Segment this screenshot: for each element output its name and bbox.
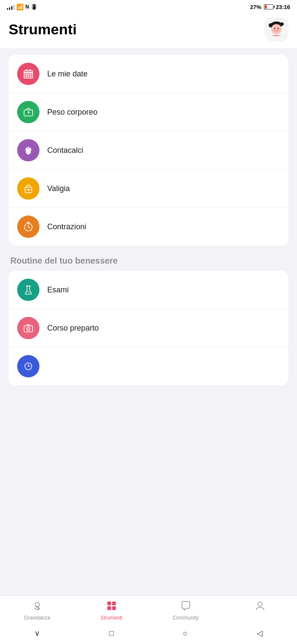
svg-point-5 <box>274 28 276 29</box>
android-home-button[interactable]: ○ <box>174 626 196 641</box>
nav-item-strumenti[interactable]: Strumenti <box>94 600 129 621</box>
svg-point-4 <box>271 24 282 34</box>
svg-point-49 <box>258 602 262 606</box>
item-label-esami: Esami <box>47 286 69 295</box>
list-item-le-mie-date[interactable]: Le mie date <box>9 55 288 93</box>
nav-item-gravidanza[interactable]: Gravidanza <box>20 600 55 621</box>
svg-line-34 <box>28 227 30 228</box>
vibrate-icon: 📳 <box>31 4 37 10</box>
strumenti-nav-icon <box>106 600 117 613</box>
list-item-valigia[interactable]: Valigia <box>9 170 288 208</box>
weight-icon <box>17 101 39 123</box>
nav-item-community[interactable]: Community <box>169 600 203 621</box>
svg-point-15 <box>26 76 27 77</box>
list-item-contrazioni[interactable]: Contrazioni <box>9 208 288 246</box>
android-back-button[interactable]: ◁ <box>248 626 271 641</box>
svg-point-28 <box>30 149 32 151</box>
android-recents-button[interactable]: □ <box>100 626 122 641</box>
svg-rect-11 <box>24 72 33 73</box>
svg-rect-46 <box>112 601 116 605</box>
svg-point-16 <box>28 76 29 77</box>
nfc-icon: N <box>25 4 29 10</box>
svg-point-25 <box>27 147 29 149</box>
svg-point-6 <box>278 28 279 29</box>
item-label-corso-preparto: Corso preparto <box>47 324 99 333</box>
svg-rect-19 <box>30 69 30 71</box>
list-item-corso-preparto[interactable]: Corso preparto <box>9 309 288 347</box>
page-title: Strumenti <box>9 21 77 38</box>
android-down-button[interactable]: ∨ <box>26 626 48 641</box>
nav-label-strumenti: Strumenti <box>100 615 122 621</box>
main-content: Le mie date Peso corporeo <box>0 48 297 451</box>
tools-card: Le mie date Peso corporeo <box>9 55 288 246</box>
gravidanza-nav-icon <box>32 600 43 613</box>
list-item-partial[interactable] <box>9 347 288 385</box>
item-label-contrazioni: Contrazioni <box>47 222 86 231</box>
timer-icon <box>17 216 39 238</box>
status-bar: 📶 N 📳 27% 23:16 <box>0 0 297 12</box>
svg-point-8 <box>278 29 280 31</box>
svg-point-44 <box>35 602 39 607</box>
svg-point-14 <box>30 74 31 75</box>
svg-point-17 <box>30 76 31 77</box>
wifi-icon: 📶 <box>16 3 24 10</box>
wellness-section-title: Routine del tuo benessere <box>9 256 288 266</box>
status-left: 📶 N 📳 <box>7 3 37 10</box>
svg-point-13 <box>28 74 29 75</box>
status-right: 27% 23:16 <box>250 4 290 10</box>
svg-point-3 <box>280 22 284 26</box>
battery-icon <box>264 4 273 9</box>
item-label-le-mie-date: Le mie date <box>47 70 88 79</box>
item-label-contacalci: Contacalci <box>47 146 83 155</box>
item-label-peso-corporeo: Peso corporeo <box>47 108 97 117</box>
flask-icon <box>17 279 39 301</box>
svg-point-23 <box>26 149 31 155</box>
item-label-valigia: Valigia <box>47 184 70 193</box>
svg-point-27 <box>25 149 27 151</box>
profile-nav-icon <box>255 600 266 613</box>
bottom-nav: Gravidanza Strumenti Community <box>0 595 297 625</box>
svg-point-12 <box>26 74 27 75</box>
nav-label-community: Community <box>173 615 199 621</box>
svg-point-26 <box>29 148 31 149</box>
svg-point-40 <box>28 328 29 330</box>
community-nav-icon <box>180 600 191 613</box>
list-item-peso-corporeo[interactable]: Peso corporeo <box>9 93 288 131</box>
svg-rect-45 <box>107 601 111 605</box>
android-nav-bar: ∨ □ ○ ◁ <box>0 623 297 644</box>
nav-label-gravidanza: Gravidanza <box>24 615 50 621</box>
svg-rect-47 <box>107 606 111 610</box>
svg-rect-48 <box>112 606 116 610</box>
clock: 23:16 <box>276 4 290 10</box>
kicks-icon <box>17 139 39 161</box>
nav-item-profile[interactable] <box>243 600 277 621</box>
list-item-contacalci[interactable]: Contacalci <box>9 131 288 170</box>
signal-icon <box>7 4 15 10</box>
calendar-icon <box>17 63 39 85</box>
svg-point-7 <box>273 29 275 31</box>
header: Strumenti <box>0 12 297 48</box>
battery-percent: 27% <box>250 4 261 10</box>
bag-icon <box>17 177 39 200</box>
partial-icon <box>17 355 39 377</box>
avatar-icon <box>267 20 286 39</box>
avatar-button[interactable] <box>264 17 288 41</box>
svg-rect-18 <box>26 69 27 71</box>
list-item-esami[interactable]: Esami <box>9 271 288 309</box>
svg-point-24 <box>26 148 27 149</box>
wellness-card: Esami Corso preparto <box>9 271 288 385</box>
camera-icon <box>17 317 39 339</box>
